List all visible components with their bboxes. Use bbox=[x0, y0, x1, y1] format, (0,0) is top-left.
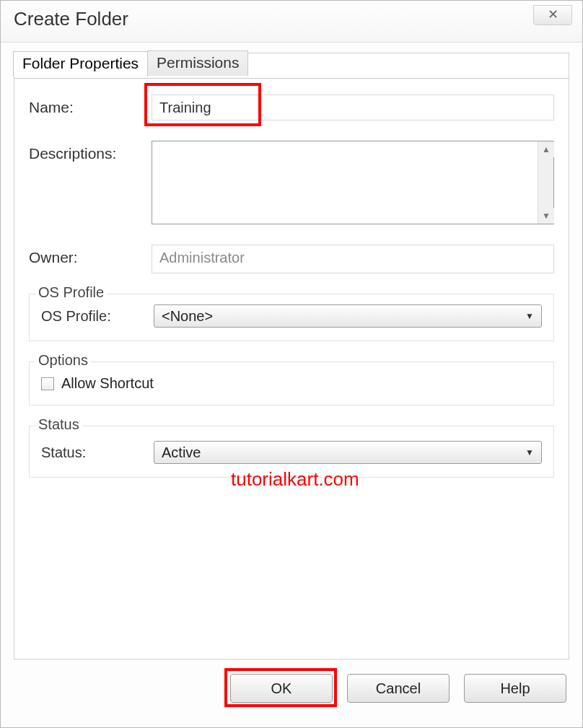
cancel-button[interactable]: Cancel bbox=[347, 674, 450, 703]
titlebar: Create Folder ✕ bbox=[1, 1, 582, 43]
tab-permissions-label: Permissions bbox=[157, 54, 239, 71]
scroll-up-icon[interactable]: ▲ bbox=[538, 141, 554, 157]
status-group: Status Status: Active ▼ bbox=[29, 426, 554, 478]
status-legend: Status bbox=[35, 416, 82, 433]
options-legend: Options bbox=[35, 352, 91, 369]
chevron-down-icon: ▼ bbox=[525, 447, 534, 457]
dialog-footer: OK Cancel Help bbox=[1, 674, 582, 714]
ok-button[interactable]: OK bbox=[230, 674, 333, 703]
folder-properties-panel: Name: Descriptions: ▲ ▼ bbox=[14, 78, 569, 659]
tab-folder-properties[interactable]: Folder Properties bbox=[13, 51, 148, 76]
help-button[interactable]: Help bbox=[464, 674, 566, 703]
allow-shortcut-label: Allow Shortcut bbox=[61, 375, 154, 392]
allow-shortcut-checkbox[interactable] bbox=[41, 377, 54, 390]
cancel-button-label: Cancel bbox=[376, 680, 421, 696]
tab-permissions[interactable]: Permissions bbox=[147, 51, 248, 76]
name-label: Name: bbox=[29, 95, 152, 116]
name-input[interactable] bbox=[152, 95, 554, 120]
create-folder-dialog: Create Folder ✕ Folder Properties Permis… bbox=[0, 0, 583, 728]
owner-field: Administrator bbox=[152, 245, 554, 273]
owner-value: Administrator bbox=[159, 250, 245, 266]
name-row: Name: bbox=[29, 95, 554, 120]
os-profile-selected: <None> bbox=[162, 308, 213, 325]
descriptions-row: Descriptions: ▲ ▼ bbox=[29, 141, 554, 224]
scroll-down-icon[interactable]: ▼ bbox=[538, 208, 554, 224]
status-selected: Active bbox=[162, 444, 201, 461]
descriptions-wrapper: ▲ ▼ bbox=[152, 141, 554, 224]
descriptions-label: Descriptions: bbox=[29, 141, 152, 162]
os-profile-legend: OS Profile bbox=[35, 284, 107, 301]
owner-label: Owner: bbox=[29, 245, 152, 266]
client-area: Folder Properties Permissions Name: Desc… bbox=[14, 53, 569, 659]
os-profile-select[interactable]: <None> ▼ bbox=[154, 304, 542, 328]
descriptions-scrollbar[interactable]: ▲ ▼ bbox=[538, 141, 553, 224]
chevron-down-icon: ▼ bbox=[525, 311, 534, 321]
ok-button-label: OK bbox=[271, 680, 292, 696]
close-icon: ✕ bbox=[548, 7, 558, 22]
tabstrip: Folder Properties Permissions bbox=[13, 51, 247, 76]
status-select[interactable]: Active ▼ bbox=[154, 441, 542, 464]
dialog-title: Create Folder bbox=[14, 8, 128, 30]
status-label: Status: bbox=[41, 444, 154, 461]
tab-folder-properties-label: Folder Properties bbox=[22, 55, 139, 71]
os-profile-label: OS Profile: bbox=[41, 308, 154, 325]
owner-row: Owner: Administrator bbox=[29, 245, 554, 273]
close-button[interactable]: ✕ bbox=[533, 5, 572, 25]
help-button-label: Help bbox=[500, 680, 530, 696]
descriptions-input[interactable] bbox=[152, 141, 538, 224]
os-profile-group: OS Profile OS Profile: <None> ▼ bbox=[29, 294, 554, 341]
options-group: Options Allow Shortcut bbox=[29, 361, 554, 405]
